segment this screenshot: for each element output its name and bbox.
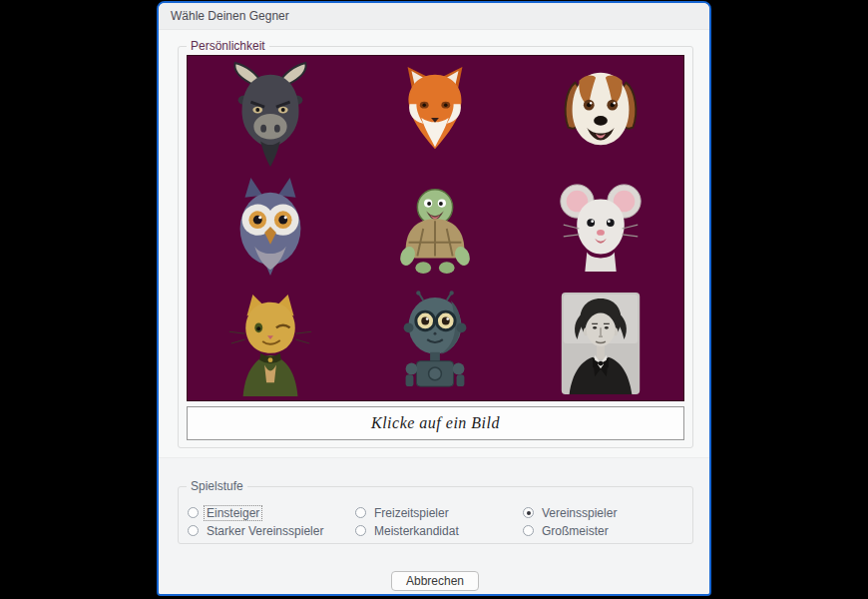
cancel-button[interactable]: Abbrechen bbox=[391, 571, 479, 591]
radio-freizeitspieler[interactable]: Freizeitspieler bbox=[355, 505, 452, 520]
radio-vereinsspieler[interactable]: Vereinsspieler bbox=[523, 505, 620, 520]
radio-meisterkandidat[interactable]: Meisterkandidat bbox=[355, 523, 462, 538]
radio-circle-icon[interactable] bbox=[188, 525, 199, 536]
radio-einsteiger[interactable]: Einsteiger bbox=[188, 505, 262, 520]
radio-starker-vereinsspieler-label: Starker Vereinsspieler bbox=[204, 523, 326, 539]
radio-grossmeister-label: Großmeister bbox=[539, 523, 612, 539]
radio-circle-icon[interactable] bbox=[188, 507, 199, 518]
radio-grossmeister[interactable]: Großmeister bbox=[523, 523, 612, 538]
radio-circle-icon[interactable] bbox=[355, 525, 366, 536]
radio-starker-vereinsspieler[interactable]: Starker Vereinsspieler bbox=[188, 523, 326, 538]
choose-opponent-dialog: Wähle Deinen Gegner Persönlichkeit bbox=[157, 1, 711, 596]
radio-freizeitspieler-label: Freizeitspieler bbox=[371, 505, 452, 521]
radio-circle-icon[interactable] bbox=[523, 525, 534, 536]
radio-vereinsspieler-label: Vereinsspieler bbox=[539, 505, 620, 521]
skill-options: Einsteiger Freizeitspieler Vereinsspiele… bbox=[159, 3, 709, 594]
radio-circle-icon[interactable] bbox=[355, 507, 366, 518]
radio-einsteiger-label: Einsteiger bbox=[204, 505, 262, 521]
radio-meisterkandidat-label: Meisterkandidat bbox=[371, 523, 462, 539]
radio-circle-icon[interactable] bbox=[523, 507, 534, 518]
